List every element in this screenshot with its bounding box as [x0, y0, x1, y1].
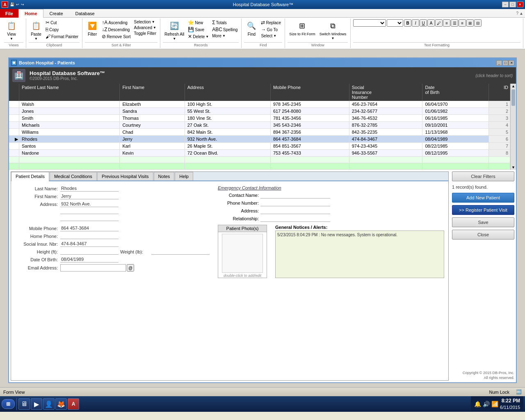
table-row[interactable]: ▶RhodesJerry932 North Ave.864 457-368447… — [9, 136, 510, 143]
selection-dropdown[interactable]: ▼ — [152, 20, 155, 24]
table-scrollbar[interactable]: ▲ ▼ — [510, 84, 516, 170]
start-button[interactable]: ⊞ — [2, 399, 15, 409]
tab-patient-details[interactable]: Patient Details — [11, 172, 49, 181]
select-button[interactable]: Select ▼ — [260, 33, 282, 39]
input-address2[interactable] — [60, 208, 119, 214]
switch-dropdown[interactable]: ▼ — [331, 37, 334, 40]
advanced-dropdown[interactable]: ▼ — [153, 26, 156, 30]
col-dob[interactable]: Dateof Birth — [422, 84, 488, 101]
scroll-thumb[interactable] — [511, 89, 515, 106]
photo-box[interactable]: Patient Photo(s) double-click to add/edi… — [218, 225, 267, 278]
tray-icon-1[interactable]: 🔔 — [474, 401, 481, 407]
paste-button[interactable]: 📋 Paste ▼ — [29, 19, 43, 41]
input-address3[interactable] — [60, 215, 119, 221]
quick-redo[interactable]: ↪ — [21, 2, 24, 7]
photo-placeholder[interactable] — [222, 234, 263, 273]
highlight-button[interactable]: 🖊 — [435, 19, 443, 27]
tray-icon-2[interactable]: 🔊 — [483, 401, 490, 407]
view-button[interactable]: 📋 View ▼ — [4, 19, 19, 41]
input-mobile-phone[interactable] — [60, 225, 119, 231]
tab-file[interactable]: File — [0, 9, 18, 18]
input-emerg-contact[interactable] — [260, 192, 330, 199]
taskbar-explorer[interactable]: 🖥 — [18, 398, 30, 410]
table-row[interactable]: WilliamsChad842 Main St.894 367-2356842-… — [9, 129, 510, 136]
table-button[interactable]: ⊞ — [466, 19, 474, 27]
copy-button[interactable]: ⎘ Copy — [44, 26, 80, 33]
tab-notes[interactable]: Notes — [154, 172, 175, 180]
tab-previous-visits[interactable]: Previous Hospital Visits — [97, 172, 153, 180]
ascending-button[interactable]: ↑A Ascending — [100, 19, 132, 26]
switch-windows-button[interactable]: ⧉ Switch Windows ▼ — [318, 19, 348, 41]
quick-save[interactable]: 💾 — [10, 2, 14, 7]
mdi-maximize-button[interactable]: □ — [502, 60, 508, 66]
table-row[interactable]: SmithThomas180 Vine St.781 435-3456346-7… — [9, 115, 510, 122]
clear-filters-button[interactable]: Clear Filters — [452, 171, 514, 181]
table-row[interactable]: JonesSandra55 West St.617 254-8080234-32… — [9, 108, 510, 115]
taskbar-access[interactable]: A — [68, 398, 79, 410]
cut-button[interactable]: ✂ Cut — [44, 19, 80, 26]
col-first-name[interactable]: First Name — [120, 84, 185, 101]
col-address[interactable]: Address — [185, 84, 270, 101]
font-color-button[interactable]: A — [427, 19, 435, 27]
col-id[interactable]: ID — [488, 84, 510, 101]
col-last-name[interactable]: Patient Last Name — [19, 84, 120, 101]
help-icon[interactable]: ? — [516, 11, 519, 16]
tab-database[interactable]: Database — [69, 9, 101, 18]
mdi-close-button[interactable]: ✕ — [509, 60, 514, 66]
paste-dropdown[interactable]: ▼ — [34, 37, 38, 41]
format-painter-button[interactable]: 🖌 Format Painter — [44, 33, 80, 40]
remove-sort-button[interactable]: ⊘ Remove Sort — [100, 33, 132, 40]
input-emerg-address[interactable] — [260, 208, 330, 214]
ribbon-collapse[interactable]: ▲ — [519, 11, 523, 16]
input-address[interactable] — [60, 201, 119, 207]
new-record-row[interactable] — [9, 157, 510, 163]
toggle-filter-button[interactable]: Toggle Filter — [133, 31, 158, 36]
find-button[interactable]: 🔍 Find — [244, 19, 259, 37]
totals-button[interactable]: Σ Totals — [211, 19, 239, 26]
close-button[interactable]: Close — [452, 230, 514, 240]
input-home-phone[interactable] — [60, 233, 119, 239]
table-row[interactable]: NardoneKevin72 Ocean Blvd.753 455-743394… — [9, 150, 510, 157]
new-record-button[interactable]: ⭐ New — [187, 19, 210, 26]
advanced-button[interactable]: Advanced ▼ — [133, 25, 158, 30]
bold-button[interactable]: B — [404, 19, 411, 27]
maximize-button[interactable]: □ — [509, 2, 516, 7]
tab-home[interactable]: Home — [18, 9, 43, 18]
tab-help[interactable]: Help — [175, 172, 193, 180]
view-dropdown[interactable]: ▼ — [10, 37, 13, 41]
tab-create[interactable]: Create — [43, 9, 69, 18]
taskbar-search[interactable]: 👤 — [43, 398, 55, 410]
tray-icon-3[interactable]: 📶 — [491, 401, 498, 407]
col-mobile-phone[interactable]: Mobile Phone — [270, 84, 349, 101]
register-visit-button[interactable]: >> Register Patient Visit — [452, 205, 514, 215]
size-to-fit-button[interactable]: ⊞ Size to Fit Form — [288, 19, 317, 37]
font-family-select[interactable] — [353, 19, 386, 27]
column-button[interactable]: ⊟ — [474, 19, 482, 27]
descending-button[interactable]: ↓Z Descending — [100, 26, 132, 33]
align-right-button[interactable]: ≡ — [459, 19, 466, 27]
input-last-name[interactable] — [60, 185, 119, 192]
selection-button[interactable]: Selection ▼ — [133, 19, 158, 25]
input-emerg-relationship[interactable] — [260, 215, 330, 222]
table-row[interactable]: WalshElizabeth100 High St.978 345-234545… — [9, 101, 510, 108]
scroll-up-btn[interactable]: ▲ — [511, 84, 516, 89]
input-emerg-phone[interactable] — [260, 200, 330, 206]
close-button[interactable]: ✕ — [517, 2, 523, 7]
save-record-button[interactable]: 💾 Save — [187, 26, 210, 33]
delete-record-button[interactable]: ✕ Delete ▼ — [187, 33, 210, 40]
tab-medical-conditions[interactable]: Medical Conditions — [50, 172, 97, 180]
email-at-button[interactable]: @ — [127, 264, 134, 272]
goto-button[interactable]: → Go To — [260, 26, 282, 33]
input-sin[interactable] — [60, 241, 119, 247]
quick-undo[interactable]: ↩ — [16, 2, 19, 7]
delete-dropdown[interactable]: ▼ — [205, 35, 209, 39]
font-size-select[interactable] — [387, 19, 403, 27]
italic-button[interactable]: I — [412, 19, 419, 27]
input-first-name[interactable] — [60, 193, 119, 199]
more-button[interactable]: More ▼ — [211, 33, 239, 39]
refresh-dropdown[interactable]: ▼ — [173, 37, 176, 41]
underline-button[interactable]: U — [420, 19, 427, 27]
table-row[interactable]: SantosKarl26 Maple St.854 851-3567974-23… — [9, 143, 510, 150]
col-sin[interactable]: SocialInsuranceNumber — [349, 84, 422, 101]
save-button[interactable]: Save — [452, 217, 514, 227]
